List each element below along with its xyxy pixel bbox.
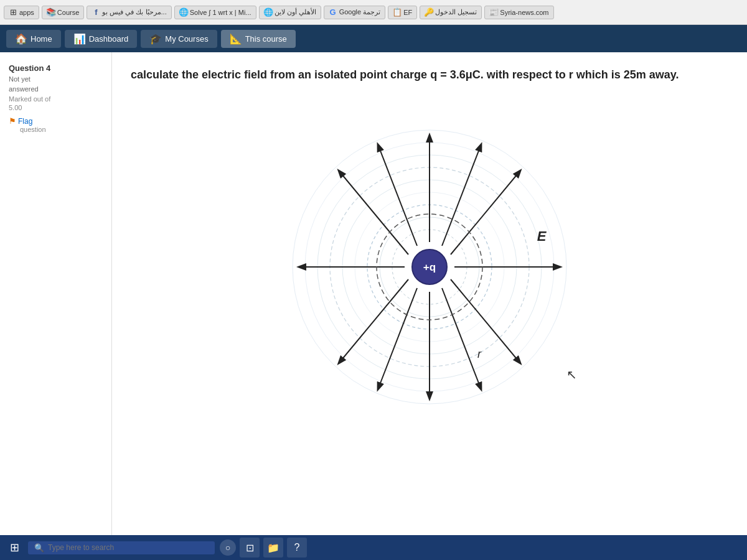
- marked-out-of-label: Marked out of: [9, 95, 103, 103]
- search-input[interactable]: [48, 543, 209, 552]
- nav-dashboard-label: Dashboard: [89, 34, 129, 44]
- course-icon: 📚: [47, 8, 55, 17]
- marked-value: 5.00: [9, 104, 103, 111]
- sidebar: Question 4 Not yet answered Marked out o…: [0, 52, 112, 560]
- svg-line-10: [451, 170, 520, 254]
- bottom-taskbar: ⊞ 🔍 ○ ⊡ 📁 ?: [0, 535, 747, 560]
- taskbar-ef-label: EF: [403, 9, 412, 16]
- file-explorer-button[interactable]: 📁: [263, 538, 283, 558]
- nav-dashboard[interactable]: 📊 Dashboard: [65, 30, 138, 48]
- courses-icon: 🎓: [149, 33, 162, 45]
- taskbar-solve-label: Solve ∫ 1 wrt x | Mi...: [190, 9, 251, 16]
- taskbar-bottom-items: ○ ⊡ 📁 ?: [220, 538, 307, 558]
- question-status: Not yet: [9, 75, 103, 83]
- taskbar-ef[interactable]: 📋 EF: [388, 6, 417, 19]
- question-number: Question 4: [9, 63, 103, 73]
- taskbar-course-label: Course: [57, 9, 79, 16]
- taskbar-google-translate-label: Google ترجمة: [339, 8, 381, 16]
- taskbar-google-translate[interactable]: G Google ترجمة: [324, 6, 386, 19]
- taskbar-login[interactable]: 🔑 تسجيل الدخول: [420, 6, 482, 19]
- content-area: calculate the electric field from an iso…: [112, 52, 747, 560]
- wolfram-icon: 🌐: [179, 8, 188, 17]
- taskbar-apps[interactable]: ⊞ apps: [4, 6, 39, 19]
- login-icon: 🔑: [425, 8, 433, 17]
- svg-line-16: [339, 279, 408, 363]
- charge-label: +q: [423, 261, 436, 273]
- electric-field-diagram: +q E r ↖: [131, 93, 728, 441]
- dashboard-icon: 📊: [73, 33, 86, 45]
- taskbar-facebook-label: مرحبًا بك في فيس بو...: [102, 8, 166, 16]
- field-label: E: [537, 228, 547, 244]
- taskbar-login-label: تسجيل الدخول: [435, 8, 477, 16]
- cursor-icon: ↖: [566, 368, 577, 381]
- taskbar-syria-news[interactable]: 📰 Syria-news.com: [484, 6, 553, 19]
- nav-home-label: Home: [31, 34, 52, 44]
- main-layout: Question 4 Not yet answered Marked out o…: [0, 52, 747, 560]
- search-box[interactable]: 🔍: [28, 541, 215, 554]
- facebook-icon: f: [92, 8, 100, 17]
- nav-home[interactable]: 🏠 Home: [6, 30, 61, 48]
- help-button[interactable]: ?: [287, 538, 307, 558]
- question-text: calculate the electric field from an iso…: [131, 67, 728, 83]
- ahly-icon: 🌐: [264, 8, 273, 17]
- nav-my-courses[interactable]: 🎓 My Courses: [141, 30, 217, 48]
- taskbar-solve[interactable]: 🌐 Solve ∫ 1 wrt x | Mi...: [174, 6, 256, 19]
- home-icon: 🏠: [15, 33, 27, 45]
- diagram-svg: +q E r ↖: [255, 105, 604, 429]
- flag-sub-label: question: [20, 126, 103, 133]
- syria-news-icon: 📰: [489, 8, 498, 17]
- ef-icon: 📋: [393, 8, 402, 17]
- flag-icon: ⚑: [9, 116, 16, 126]
- radius-label: r: [477, 348, 482, 360]
- flag-label: Flag: [18, 117, 32, 126]
- nav-my-courses-label: My Courses: [165, 34, 208, 44]
- taskbar-ahly-label: الأهلي أون لاين: [275, 8, 316, 16]
- task-view-button[interactable]: ⊡: [240, 538, 260, 558]
- taskbar-apps-label: apps: [19, 9, 34, 16]
- flag-question-link[interactable]: ⚑ Flag: [9, 116, 103, 126]
- cortana-button[interactable]: ○: [220, 539, 236, 556]
- search-icon: 🔍: [34, 543, 44, 553]
- apps-icon: ⊞: [9, 8, 17, 17]
- taskbar-facebook[interactable]: f مرحبًا بك في فيس بو...: [87, 6, 171, 19]
- google-translate-icon: G: [329, 8, 337, 17]
- taskbar-syria-news-label: Syria-news.com: [500, 9, 548, 16]
- nav-this-course[interactable]: 📐 This course: [221, 30, 296, 48]
- svg-line-14: [339, 170, 408, 254]
- taskbar-course[interactable]: 📚 Course: [42, 6, 84, 19]
- windows-start-button[interactable]: ⊞: [6, 539, 23, 556]
- taskbar-ahly[interactable]: 🌐 الأهلي أون لاين: [259, 6, 321, 19]
- question-status-sub: answered: [9, 85, 103, 93]
- svg-line-20: [451, 279, 520, 363]
- this-course-icon: 📐: [230, 33, 242, 45]
- navbar: 🏠 Home 📊 Dashboard 🎓 My Courses 📐 This c…: [0, 25, 747, 52]
- nav-this-course-label: This course: [245, 34, 287, 44]
- top-taskbar: ⊞ apps 📚 Course f مرحبًا بك في فيس بو...…: [0, 0, 747, 25]
